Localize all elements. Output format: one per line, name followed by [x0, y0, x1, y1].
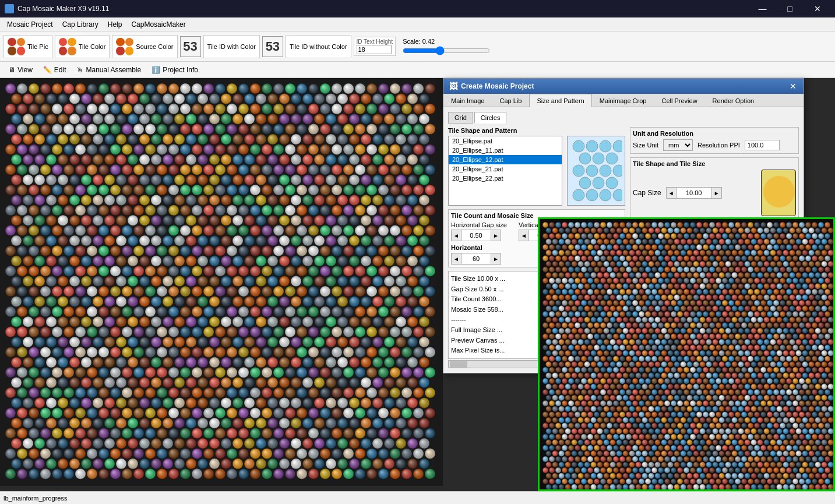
size-unit-select[interactable]: mm inch px [663, 139, 693, 151]
svg-point-0 [573, 140, 584, 152]
vertical-gap-stepper: ◄ 0.50 ► [519, 230, 569, 241]
svg-point-13 [606, 177, 618, 189]
cap-size-dec[interactable]: ◄ [666, 187, 677, 199]
cap-circle-shape [763, 176, 795, 207]
tile-id-with-color-label: Tile ID with Color [207, 43, 256, 50]
dialog-icon: 🖼 [449, 82, 457, 91]
right-panel: Unit and Resolution Size Unit mm inch px… [630, 127, 799, 368]
menu-capmosaicmaker[interactable]: CapMosaicMaker [126, 19, 190, 30]
svg-point-8 [586, 165, 598, 177]
svg-point-2 [600, 140, 611, 152]
project-info-button[interactable]: ℹ️ Project Info [147, 63, 203, 77]
tab-main-image[interactable]: Main Image [443, 94, 492, 107]
horizontal-row: Horizontal ◄ 60 ► [451, 244, 622, 265]
manual-assemble-icon: 🖱 [76, 66, 83, 74]
title-bar: Cap Mosaic Maker X9 v19.11 — □ ✕ [0, 0, 835, 17]
horizontal-dec[interactable]: ◄ [451, 253, 461, 265]
window-controls: — □ ✕ [749, 0, 830, 17]
manual-assemble-label: Manual Assemble [86, 66, 141, 74]
svg-point-12 [593, 177, 604, 189]
pattern-item-4[interactable]: 20_Ellipse_22.pat [449, 174, 562, 183]
inner-tab-circles[interactable]: Circles [474, 112, 507, 124]
info-line-7: Preview Canvas ... [451, 336, 622, 346]
horizontal-gap-dec[interactable]: ◄ [451, 230, 461, 241]
tab-cell-preview[interactable]: Cell Preview [654, 94, 704, 107]
pattern-item-2[interactable]: 20_Ellipse_12.pat [449, 155, 562, 164]
tile-id-with-color-button[interactable]: Tile ID with Color [203, 35, 260, 58]
scale-slider[interactable] [403, 46, 490, 55]
scale-section: Scale: 0.42 [403, 38, 490, 55]
svg-point-3 [613, 140, 622, 152]
dialog-title-text: Create Mosaic Project [461, 82, 534, 90]
minimize-button[interactable]: — [749, 0, 776, 17]
tab-cap-lib[interactable]: Cap Lib [492, 94, 529, 107]
pattern-list[interactable]: 20_Ellipse.pat 20_Ellipse_11.pat 20_Elli… [448, 136, 562, 206]
info-line-4: Mosaic Size 558... [451, 305, 622, 315]
svg-point-1 [586, 140, 598, 152]
view-label: View [17, 66, 33, 74]
horizontal-gap-value: 0.50 [461, 230, 491, 241]
manual-assemble-button[interactable]: 🖱 Manual Assemble [72, 63, 146, 77]
main-content: 🖼 Create Mosaic Project ✕ Main Image Cap… [0, 78, 835, 491]
svg-point-11 [579, 177, 591, 189]
create-mosaic-dialog[interactable]: 🖼 Create Mosaic Project ✕ Main Image Cap… [443, 78, 804, 373]
tile-pic-button[interactable]: Tile Pic [3, 35, 52, 58]
inner-tab-row: Grid Circles [448, 112, 799, 124]
edit-icon: ✏️ [43, 66, 52, 74]
maximize-button[interactable]: □ [777, 0, 803, 17]
close-button[interactable]: ✕ [804, 0, 830, 17]
cap-size-inc[interactable]: ► [711, 187, 722, 199]
gap-row: Horizontal Gap size ◄ 0.50 ► Vertical Ga… [451, 221, 622, 241]
pattern-preview-area [567, 136, 625, 206]
menu-mosaic-project[interactable]: Mosaic Project [2, 19, 58, 30]
id-text-height-input[interactable] [357, 45, 392, 54]
cap-size-stepper: ◄ 10.00 ► [666, 187, 722, 199]
svg-point-5 [593, 153, 604, 164]
unit-section: Unit and Resolution Size Unit mm inch px… [630, 127, 799, 154]
info-line-2: Gap Size 0.50 x ... [451, 284, 622, 295]
tile-shape-section-label: Tile Shape and Pattern [448, 127, 625, 134]
svg-point-10 [613, 165, 622, 177]
pattern-item-1[interactable]: 20_Ellipse_11.pat [449, 146, 562, 155]
dialog-tabs: Main Image Cap Lib Size and Pattern Main… [443, 94, 804, 107]
scale-label: Scale: 0.42 [403, 38, 490, 45]
dialog-close-button[interactable]: ✕ [788, 82, 798, 91]
cap-size-label: Cap Size [633, 189, 661, 197]
app-icon [5, 4, 14, 13]
view-icon: 🖥 [8, 66, 15, 74]
tab-render-option[interactable]: Render Option [705, 94, 762, 107]
info-line-3: Tile Count 3600... [451, 294, 622, 305]
app-title: Cap Mosaic Maker X9 v19.11 [17, 5, 109, 13]
scroll-thumb [450, 361, 467, 368]
tile-count-title: Tile Count and Mosaic Size [451, 212, 622, 219]
horizontal-stepper: ◄ 60 ► [451, 253, 622, 265]
pattern-item-0[interactable]: 20_Ellipse.pat [449, 136, 562, 146]
edit-button[interactable]: ✏️ Edit [38, 63, 71, 77]
info-section: Tile Size 10.00 x ... Gap Size 0.50 x ..… [448, 271, 625, 359]
menu-cap-library[interactable]: Cap Library [58, 19, 103, 30]
vertical-gap-dec[interactable]: ◄ [519, 230, 529, 241]
vertical-gap-item: Vertical Gap Size ◄ 0.50 ► [519, 221, 569, 241]
source-color-button[interactable]: Source Color [112, 35, 177, 58]
horizontal-gap-inc[interactable]: ► [491, 230, 501, 241]
svg-point-9 [600, 165, 611, 177]
vertical-gap-inc[interactable]: ► [558, 230, 569, 241]
dialog-body: Grid Circles Tile Shape and Pattern 20_E… [443, 107, 804, 373]
inner-tab-grid[interactable]: Grid [448, 112, 473, 124]
tile-color-button[interactable]: Tile Color [55, 35, 110, 58]
view-button[interactable]: 🖥 View [3, 63, 37, 77]
tile-id-without-color-button[interactable]: Tile ID without Color [286, 35, 351, 58]
pattern-item-3[interactable]: 20_Ellipse_21.pat [449, 164, 562, 174]
toolbar2: 🖥 View ✏️ Edit 🖱 Manual Assemble ℹ️ Proj… [0, 62, 835, 78]
horizontal-scrollbar[interactable] [448, 360, 625, 368]
svg-point-17 [613, 189, 622, 201]
horizontal-inc[interactable]: ► [491, 253, 501, 265]
tile-shape-row: 20_Ellipse.pat 20_Ellipse_11.pat 20_Elli… [448, 136, 625, 206]
tab-size-pattern[interactable]: Size and Pattern [529, 94, 591, 107]
menu-help[interactable]: Help [103, 19, 127, 30]
tile-id-without-color-label: Tile ID without Color [290, 43, 347, 50]
info-line-1: Tile Size 10.00 x ... [451, 274, 622, 284]
tab-mainimage-crop[interactable]: Mainimage Crop [592, 94, 654, 107]
tile-pic-icon [8, 38, 25, 55]
resolution-ppi-input[interactable] [745, 140, 780, 150]
